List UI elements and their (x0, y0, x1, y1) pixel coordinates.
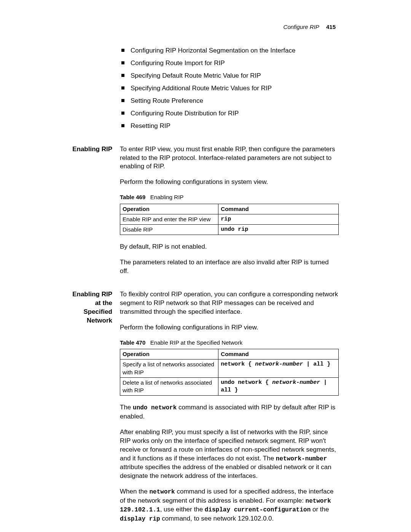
paragraph: By default, RIP is not enabled. (120, 243, 339, 251)
paragraph: When the network command is used for a s… (120, 487, 339, 523)
side-label-enabling-rip-network: Enabling RIP at the Specified Network (67, 290, 120, 325)
inline-keyword: network-number (276, 455, 327, 462)
paragraph: After enabling RIP, you must specify a l… (120, 428, 339, 481)
paragraph: To flexibly control RIP operation, you c… (120, 290, 339, 316)
section-enabling-rip: Enabling RIP To enter RIP view, you must… (67, 145, 339, 287)
bullet-content: Configuring RIP Horizontal Segmentation … (120, 46, 339, 141)
table-cell-command: undo network { network-number | all } (218, 377, 339, 396)
table-enabling-rip-network: Operation Command Specify a list of netw… (120, 349, 339, 396)
running-head-section: Configure RIP (284, 24, 319, 30)
bullet-item: Configuring Route Distribution for RIP (120, 109, 339, 118)
side-label-enabling-rip: Enabling RIP (67, 145, 120, 154)
table-caption: Table 469 Enabling RIP (120, 193, 339, 201)
bullet-item: Resetting RIP (120, 122, 339, 131)
bullet-item: Configuring Route Import for RIP (120, 59, 339, 68)
table-caption-text: Enable RIP at the Specified Network (150, 339, 242, 346)
table-header-command: Command (218, 204, 339, 214)
table-enabling-rip: Operation Command Enable RIP and enter t… (120, 204, 339, 235)
inline-command: undo network (133, 404, 177, 411)
body-area: Configuring RIP Horizontal Segmentation … (67, 46, 339, 530)
running-head: Configure RIP 415 (284, 24, 336, 30)
bullet-list: Configuring RIP Horizontal Segmentation … (120, 46, 339, 131)
content-enabling-rip-network: To flexibly control RIP operation, you c… (120, 290, 339, 530)
bullet-item: Setting Route Preference (120, 97, 339, 105)
table-cell-command: undo rip (218, 225, 339, 235)
table-caption: Table 470 Enable RIP at the Specified Ne… (120, 339, 339, 347)
paragraph: The parameters related to an interface a… (120, 258, 339, 276)
table-cell-operation: Enable RIP and enter the RIP view (120, 214, 218, 224)
text-run: The (120, 404, 133, 411)
cmd-arg: network-number (255, 361, 303, 367)
table-row: Specify a list of networks associated wi… (120, 359, 339, 378)
bullet-item: Configuring RIP Horizontal Segmentation … (120, 46, 339, 55)
table-cell-command: rip (218, 214, 339, 224)
table-cell-operation: Delete a list of networks associated wit… (120, 377, 218, 396)
table-cell-command: network { network-number | all } (218, 359, 339, 378)
table-cell-operation: Specify a list of networks associated wi… (120, 359, 218, 378)
table-header-command: Command (218, 349, 339, 359)
bullet-item: Specifying Default Route Metric Value fo… (120, 72, 339, 80)
running-head-page-number: 415 (321, 24, 336, 30)
paragraph: Perform the following configurations in … (120, 178, 339, 187)
bullet-item: Specifying Additional Route Metric Value… (120, 84, 339, 93)
text-run: or the (311, 506, 329, 513)
paragraph: The undo network command is associated w… (120, 403, 339, 421)
table-header-operation: Operation (120, 349, 218, 359)
table-caption-label: Table 469 (120, 194, 145, 200)
text-run: command, to see network 129.102.0.0. (160, 515, 274, 522)
paragraph: Perform the following configurations in … (120, 323, 339, 332)
table-row: Enable RIP and enter the RIP view rip (120, 214, 339, 224)
cmd-arg: network-number (272, 379, 320, 386)
inline-command: network (150, 489, 175, 495)
table-header-row: Operation Command (120, 349, 339, 359)
inline-command: display rip (120, 516, 160, 522)
page: Configure RIP 415 Configuring RIP Horizo… (0, 0, 411, 532)
table-caption-label: Table 470 (120, 339, 145, 346)
cmd-pre: undo network { (221, 379, 272, 386)
text-run: , use either the (160, 506, 205, 513)
table-row: Disable RIP undo rip (120, 225, 339, 235)
bullet-block: Configuring RIP Horizontal Segmentation … (67, 46, 339, 141)
text-run: attribute specifies the address of the e… (120, 463, 331, 479)
table-header-row: Operation Command (120, 204, 339, 214)
inline-command: display current-configuration (205, 506, 311, 513)
table-caption-text: Enabling RIP (150, 194, 184, 200)
table-row: Delete a list of networks associated wit… (120, 377, 339, 396)
cmd-post: | all } (303, 361, 330, 367)
table-header-operation: Operation (120, 204, 218, 214)
content-enabling-rip: To enter RIP view, you must first enable… (120, 145, 339, 287)
paragraph: To enter RIP view, you must first enable… (120, 145, 339, 171)
section-enabling-rip-network: Enabling RIP at the Specified Network To… (67, 290, 339, 530)
text-run: When the (120, 488, 150, 495)
cmd-pre: network { (221, 361, 255, 367)
table-cell-operation: Disable RIP (120, 225, 218, 235)
